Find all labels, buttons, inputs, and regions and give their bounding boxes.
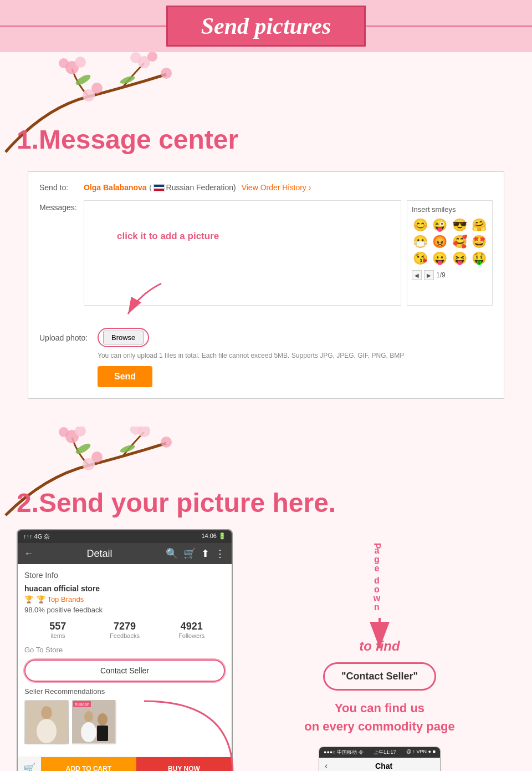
section1: 1.Message center Send to: Olga Balabanov… (0, 52, 532, 427)
status-left: ↑↑↑ 4G 奈 (23, 532, 50, 541)
messages-area-wrapper: click it to add a picture Insert smileys (84, 200, 493, 306)
upload-row: Upload photo: Browse (39, 328, 493, 347)
section2-title: 2.Send your picture here. (0, 427, 532, 529)
send-to-country: Russian Federation) (166, 183, 236, 192)
stats-row: 557 items 7279 Feedbacks 4921 Followers (24, 621, 225, 639)
section2: 2.Send your picture here. ↑↑↑ 4G 奈 14:06… (0, 427, 532, 771)
smiley-panel: Insert smileys 😊 😜 😎 🤗 😷 😡 🥰 🤩 😘 😛 😝 (407, 200, 493, 306)
send-to-row: Send to: Olga Balabanova ( Russian Feder… (39, 183, 493, 192)
section2-content: ↑↑↑ 4G 奈 14:06 🔋 ← Detail 🔍 🛒 ⬆ ⋮ Store … (0, 529, 532, 771)
send-to-label: Send to: (39, 183, 84, 192)
chat-nav-title: Chat (333, 762, 434, 770)
header: Send pictures (0, 0, 532, 52)
smiley-9[interactable]: 😘 (412, 251, 429, 266)
smiley-panel-title: Insert smileys (412, 205, 488, 214)
mobile-status-bar: ↑↑↑ 4G 奈 14:06 🔋 (18, 530, 232, 543)
arrow-icon (117, 278, 183, 322)
message-input-area: click it to add a picture (84, 200, 401, 306)
svg-point-23 (41, 706, 52, 719)
smiley-8[interactable]: 🤩 (470, 235, 488, 249)
more-icon[interactable]: ⋮ (215, 547, 225, 560)
svg-point-28 (98, 713, 108, 726)
upload-note: You can only upload 1 files in total. Ea… (98, 352, 493, 359)
smiley-7[interactable]: 🥰 (451, 235, 468, 249)
feedback: 98.0% positive feedback (24, 606, 225, 614)
status-right: 14:06 🔋 (201, 532, 226, 541)
browse-btn-wrapper: Browse (98, 328, 149, 347)
page-down-container: P a g e d o w n to find (335, 535, 424, 657)
svg-text:w: w (373, 594, 381, 603)
svg-point-26 (84, 711, 93, 722)
you-can-find-text: You can find us on every commodity page (304, 699, 454, 736)
store-name: huacan official store (24, 584, 225, 593)
smiley-1[interactable]: 😊 (412, 218, 429, 232)
section2-right-panel: P a g e d o w n to find "Contact Seller"… (244, 529, 515, 771)
smiley-prev-btn[interactable]: ◀ (412, 270, 422, 280)
cart-icon-button[interactable]: 🛒 (18, 757, 41, 771)
messages-label: Messages: (39, 200, 84, 212)
chat-mobile-screenshot: ●●●○ 中国移动 令 上午11:17 @ ↑ VPN ● ■ ‹ Chat h… (319, 747, 441, 771)
upload-label: Upload photo: (39, 333, 98, 342)
mobile-nav-title: Detail (39, 548, 160, 560)
smiley-12[interactable]: 🤑 (470, 251, 488, 266)
messages-row: Messages: click it to add a picture (39, 200, 493, 306)
chat-status-right: @ ↑ VPN ● ■ (406, 749, 436, 756)
smiley-6[interactable]: 😡 (431, 235, 448, 249)
trophy-icon: 🏆 (24, 595, 33, 603)
back-icon[interactable]: ← (24, 549, 33, 559)
russia-flag-icon (154, 184, 165, 191)
smiley-page: 1/9 (436, 271, 446, 279)
product-img-2: huacan (72, 700, 116, 744)
add-to-cart-button[interactable]: ADD TO CART (41, 757, 136, 771)
section1-title: 1.Message center (0, 52, 532, 166)
chat-back-icon[interactable]: ‹ (325, 761, 328, 771)
svg-rect-29 (97, 726, 108, 741)
send-button[interactable]: Send (98, 366, 152, 387)
view-order-link[interactable]: View Order History › (242, 183, 311, 192)
top-brands-label: 🏆 Top Brands (37, 595, 84, 603)
stat-followers-label: Followers (158, 632, 225, 639)
chat-status-left: ●●●○ 中国移动 令 (324, 749, 364, 756)
contact-seller-label: "Contact Seller" (323, 662, 436, 691)
stat-followers-num: 4921 (158, 621, 225, 632)
product-img-1 (24, 700, 69, 744)
store-info-title: Store Info (24, 571, 225, 580)
svg-text:o: o (374, 585, 380, 594)
svg-point-27 (81, 722, 96, 742)
svg-text:e: e (375, 564, 380, 573)
stat-items-label: items (24, 632, 91, 639)
top-brands: 🏆 🏆 Top Brands (24, 595, 225, 603)
header-title-box: Send pictures (166, 6, 366, 47)
stat-items: 557 items (24, 621, 91, 639)
stat-items-num: 557 (24, 621, 91, 632)
smiley-2[interactable]: 😜 (431, 218, 448, 232)
smiley-10[interactable]: 😛 (431, 251, 448, 266)
browse-button[interactable]: Browse (103, 331, 144, 344)
chat-status-bar: ●●●○ 中国移动 令 上午11:17 @ ↑ VPN ● ■ (319, 747, 440, 758)
smiley-11[interactable]: 😝 (451, 251, 468, 266)
search-icon[interactable]: 🔍 (166, 547, 178, 560)
smiley-grid: 😊 😜 😎 🤗 😷 😡 🥰 🤩 😘 😛 😝 🤑 (412, 218, 488, 266)
svg-text:n: n (374, 602, 380, 612)
send-to-name: Olga Balabanova (84, 183, 147, 192)
smiley-4[interactable]: 🤗 (470, 218, 488, 232)
smiley-nav: ◀ ▶ 1/9 (412, 270, 488, 280)
cart-icon[interactable]: 🛒 (183, 547, 196, 560)
curved-arrow-icon (133, 690, 255, 771)
page-title: Send pictures (201, 13, 331, 39)
svg-text:d: d (374, 576, 380, 585)
share-icon[interactable]: ⬆ (201, 547, 209, 560)
to-find-text: to find (359, 638, 400, 654)
smiley-5[interactable]: 😷 (412, 235, 429, 249)
contact-circle-decoration (23, 658, 226, 683)
chat-status-time: 上午11:17 (374, 749, 396, 756)
svg-point-24 (37, 719, 57, 743)
chat-nav: ‹ Chat (319, 758, 440, 771)
stat-feedbacks-label: Feedbacks (91, 632, 158, 639)
smiley-next-btn[interactable]: ▶ (424, 270, 434, 280)
stat-followers: 4921 Followers (158, 621, 225, 639)
contact-seller-button[interactable]: Contact Seller (24, 660, 225, 682)
svg-text:g: g (374, 555, 380, 564)
smiley-3[interactable]: 😎 (451, 218, 468, 232)
go-to-store[interactable]: Go To Store (24, 646, 225, 654)
